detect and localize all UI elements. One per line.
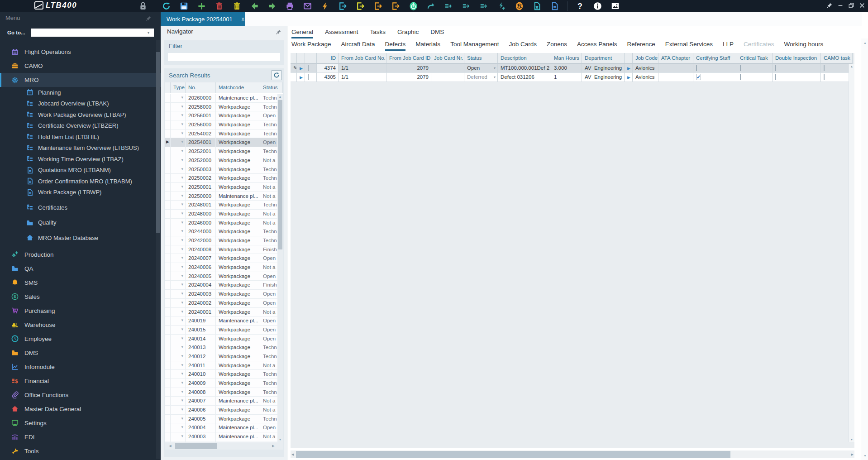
image-icon[interactable] — [610, 1, 620, 11]
tab-assessment[interactable]: Assessment — [325, 29, 358, 38]
scroll-up-icon[interactable]: ▲ — [862, 41, 868, 44]
result-row-20248000[interactable]: ▾20248000WorkpackageNot a — [165, 210, 277, 219]
grid-col-ata_chapter[interactable]: ATA Chapter — [658, 53, 693, 64]
sidebar-item-working-time-overview-ltbaz[interactable]: Working Time Overview (LTBAZ) — [0, 153, 161, 165]
type-dropdown[interactable]: ▾ — [171, 147, 186, 156]
grid-col-from_job_card_no[interactable]: From Job Card No. — [339, 53, 386, 64]
result-row-20240003[interactable]: ▾20240003WorkpackageOpen — [165, 290, 277, 299]
result-row-240015[interactable]: ▾240015WorkpackageOpen — [165, 326, 277, 335]
expand-row-icon[interactable]: ▶ — [625, 73, 633, 82]
type-dropdown[interactable]: ▾ — [171, 352, 186, 361]
result-row-240019[interactable]: ▾240019Maintenance pl...Open — [165, 316, 277, 326]
quick-action-icon[interactable] — [320, 1, 330, 11]
row-select-checkbox[interactable] — [305, 73, 317, 82]
type-dropdown[interactable]: ▾ — [171, 370, 186, 379]
subtab-llp[interactable]: LLP — [723, 41, 734, 51]
result-row-20250003[interactable]: ▾20250003WorkpackageTechn — [165, 165, 277, 174]
result-row-240014[interactable]: ▾240014WorkpackageOpen — [165, 335, 277, 344]
results-col-no[interactable]: No. — [186, 82, 216, 93]
grid-col-double_inspection[interactable]: Double Inspection — [773, 53, 821, 64]
result-row-20254001[interactable]: ▶▾20254001WorkpackageOpen — [165, 138, 277, 147]
debug-icon[interactable] — [515, 1, 525, 11]
scroll-down-icon[interactable]: ▼ — [277, 436, 283, 442]
sidebar-item-work-package-ltbwp[interactable]: Work Package (LTBWP) — [0, 187, 161, 198]
results-col-sel[interactable] — [165, 82, 171, 93]
result-row-20258000[interactable]: ▾20258000WorkpackageTechn — [165, 103, 277, 112]
type-dropdown[interactable]: ▾ — [171, 379, 186, 388]
result-row-240012[interactable]: ▾240012WorkpackageTechn — [165, 352, 277, 361]
subtab-aircraft-data[interactable]: Aircraft Data — [341, 41, 375, 51]
back-icon[interactable] — [250, 1, 260, 11]
result-row-240006[interactable]: ▾240006WorkpackageNot a — [165, 406, 277, 415]
type-dropdown[interactable]: ▾ — [171, 138, 186, 147]
sidebar-item-camo[interactable]: CAMO — [0, 59, 161, 73]
grid-col-description[interactable]: Description — [498, 53, 551, 64]
type-dropdown[interactable]: ▾ — [171, 415, 186, 423]
pin-icon[interactable] — [825, 1, 834, 10]
double-inspection-checkbox[interactable] — [773, 73, 821, 82]
sidebar-item-purchasing[interactable]: Purchasing — [0, 304, 161, 318]
result-row-20240008[interactable]: ▾20240008WorkpackageFinish — [165, 245, 277, 254]
double-inspection-checkbox[interactable] — [773, 64, 821, 73]
timer-icon[interactable] — [409, 1, 419, 11]
sidebar-item-edi[interactable]: EDI — [0, 430, 161, 444]
defect-row-4305[interactable]: ▶43051/12079Deferred▾Defect 0312061AV En… — [291, 73, 854, 82]
subtab-certificates[interactable]: Certificates — [744, 41, 774, 51]
export-yellow-icon[interactable] — [356, 1, 366, 11]
sidebar-scrollbar[interactable] — [156, 40, 160, 459]
subtab-external-services[interactable]: External Services — [665, 41, 713, 51]
result-row-20240001[interactable]: ▾20240001WorkpackageNot a — [165, 308, 277, 317]
cell-status[interactable]: Open▾ — [464, 64, 498, 73]
type-dropdown[interactable]: ▾ — [171, 103, 186, 111]
type-dropdown[interactable]: ▾ — [171, 111, 186, 120]
results-col-matchcode[interactable]: Matchcode — [216, 82, 260, 93]
grid-col-id[interactable]: ID — [317, 53, 339, 64]
sidebar-item-settings[interactable]: Settings — [0, 416, 161, 430]
grid-col-man_hours[interactable]: Man Hours — [551, 53, 582, 64]
scroll-up-icon[interactable]: ▲ — [277, 94, 283, 100]
type-dropdown[interactable]: ▾ — [171, 156, 186, 165]
scroll-left-icon[interactable]: ◀ — [291, 453, 294, 456]
type-dropdown[interactable]: ▾ — [171, 165, 186, 174]
goto-input[interactable] — [31, 29, 154, 37]
grid-col-job_card_nr[interactable]: Job Card Nr. — [431, 53, 464, 64]
flash-send-icon[interactable] — [497, 1, 507, 11]
scrollbar-thumb[interactable] — [296, 451, 730, 458]
scroll-down-icon[interactable]: ▼ — [849, 438, 854, 441]
sidebar-item-flight-operations[interactable]: Flight Operations — [0, 45, 161, 59]
grid-col-camo_task[interactable]: CAMO task — [821, 53, 853, 64]
result-row-20240004[interactable]: ▾20240004WorkpackageFinish — [165, 281, 277, 290]
minimize-icon[interactable] — [836, 1, 844, 10]
type-dropdown[interactable]: ▾ — [171, 423, 186, 432]
send-1-icon[interactable] — [444, 1, 454, 11]
results-vertical-scrollbar[interactable]: ▲ ▼ — [277, 94, 283, 442]
type-dropdown[interactable]: ▾ — [171, 361, 186, 370]
result-row-20244000[interactable]: ▾20244000WorkpackageTechn — [165, 227, 277, 236]
add-icon[interactable] — [197, 1, 207, 11]
result-row-240011[interactable]: ▾240011WorkpackageNot a — [165, 361, 277, 370]
expand-row-icon[interactable]: ▶ — [625, 64, 633, 73]
sidebar-item-order-confirmation-mro-ltbabm[interactable]: Order Confirmation MRO (LTBABM) — [0, 176, 161, 187]
type-dropdown[interactable]: ▾ — [171, 129, 186, 138]
sidebar-item-hold-item-list-ltbhil[interactable]: Hold Item List (LTBHIL) — [0, 131, 161, 143]
sidebar-item-planning[interactable]: Planning — [0, 87, 161, 98]
type-dropdown[interactable]: ▾ — [171, 272, 186, 281]
delete-icon[interactable] — [215, 1, 224, 11]
result-row-20250001[interactable]: ▾20250001WorkpackageNot a — [165, 183, 277, 192]
certifying-staff-checkbox[interactable] — [693, 64, 737, 73]
critical-task-checkbox[interactable] — [737, 64, 773, 73]
type-dropdown[interactable]: ▾ — [171, 432, 186, 441]
sidebar-item-quotations-mro-ltbanm[interactable]: Quotations MRO (LTBANM) — [0, 165, 161, 176]
type-dropdown[interactable]: ▾ — [171, 174, 186, 182]
results-col-type[interactable]: Type — [171, 82, 186, 93]
result-row-20240007[interactable]: ▾20240007WorkpackageOpen — [165, 254, 277, 263]
defect-row-4374[interactable]: ✎▶43741/12079Open▾MT100.000.001Def 23.00… — [291, 64, 854, 73]
grid-vertical-scrollbar[interactable]: ▲ ▼ — [849, 64, 854, 442]
grid-col-marker[interactable] — [291, 53, 297, 64]
type-dropdown[interactable]: ▾ — [171, 94, 186, 102]
type-dropdown[interactable]: ▾ — [171, 308, 186, 316]
certifying-staff-checkbox[interactable]: ✓ — [693, 73, 737, 82]
pin-icon[interactable] — [146, 15, 152, 21]
grid-col-expand[interactable] — [297, 53, 305, 64]
sidebar-item-employee[interactable]: Employee — [0, 332, 161, 346]
